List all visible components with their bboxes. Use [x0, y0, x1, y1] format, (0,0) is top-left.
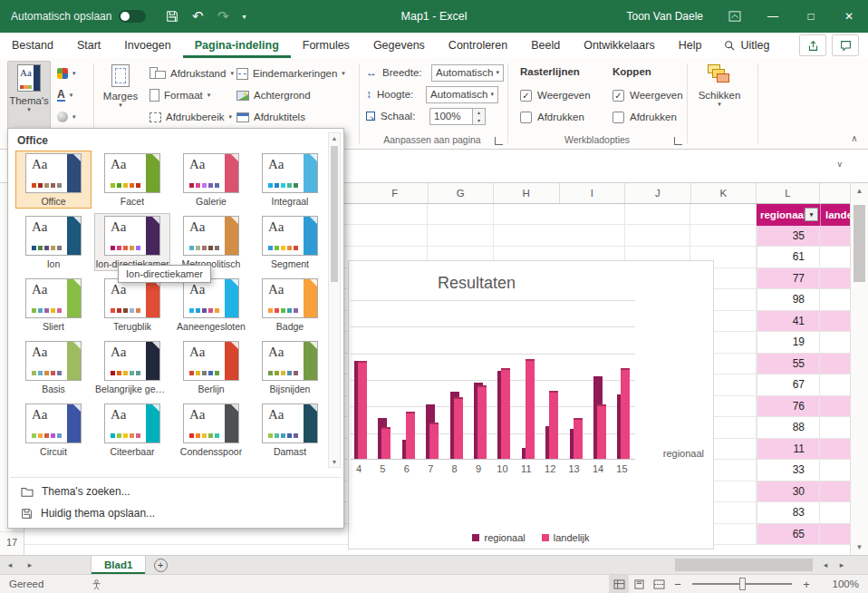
theme-tile[interactable]: Aa Office [15, 151, 92, 209]
redo-icon[interactable]: ↷ [211, 5, 235, 28]
sheet-nav-left-icon[interactable]: ◂ [0, 556, 20, 574]
expand-formula-bar-icon[interactable]: ∨ [836, 160, 843, 169]
minimize-button[interactable]: — [754, 0, 792, 33]
zoom-percentage[interactable]: 100% [821, 578, 859, 589]
scroll-up-icon[interactable]: ▲ [851, 187, 868, 195]
table-cell-value[interactable]: 83 [757, 502, 820, 524]
zoom-out-icon[interactable]: − [669, 578, 687, 591]
gridlines-print-checkbox[interactable]: Afdrukken [520, 109, 584, 125]
theme-effects-button[interactable]: ▾ [54, 107, 79, 127]
spin-down-icon[interactable]: ▾ [473, 116, 485, 124]
table-cell-value[interactable]: 41 [757, 311, 820, 333]
panel-scrollbar[interactable]: ▲ ▼ [328, 132, 341, 468]
page-layout-view-button[interactable] [629, 575, 649, 593]
table-cell-value[interactable]: 30 [757, 481, 820, 503]
save-theme-item[interactable]: Huidig thema opslaan... [10, 502, 342, 524]
theme-tile[interactable]: Aa Basis [15, 338, 92, 396]
table-cell-clipped[interactable] [820, 439, 850, 461]
panel-scrollbar-thumb[interactable] [331, 146, 338, 282]
table-cell-clipped[interactable] [820, 311, 850, 333]
table-cell-clipped[interactable] [820, 332, 850, 354]
ribbon-tab[interactable]: Beeld [519, 33, 572, 58]
scale-spinner[interactable]: ▴▾ [473, 108, 486, 125]
theme-fonts-button[interactable]: A▾ [54, 85, 75, 105]
headings-print-checkbox[interactable]: Afdrukken [612, 109, 677, 125]
undo-icon[interactable]: ↶ [186, 5, 209, 28]
ribbon-tab[interactable]: Help [667, 33, 714, 58]
collapse-ribbon-icon[interactable]: ∧ [846, 131, 863, 145]
table-cell-clipped[interactable] [820, 460, 850, 481]
table-cell-clipped[interactable] [820, 374, 850, 396]
background-button[interactable]: Achtergrond [234, 85, 313, 105]
theme-tile[interactable]: Aa Ion [15, 213, 92, 271]
theme-tile[interactable]: Aa Badge [252, 276, 328, 334]
table-cell-value[interactable]: 35 [757, 226, 820, 248]
page-break-view-button[interactable] [649, 575, 669, 593]
column-header[interactable]: F [362, 183, 429, 203]
zoom-in-icon[interactable]: + [797, 578, 815, 591]
headings-view-checkbox[interactable]: ✓Weergeven [612, 87, 683, 103]
scroll-up-icon[interactable]: ▲ [329, 135, 340, 141]
ribbon-tab[interactable]: Bestand [0, 33, 65, 58]
table-cell-clipped[interactable] [820, 396, 850, 418]
zoom-slider[interactable] [692, 583, 792, 585]
theme-tile[interactable]: Aa Aaneengesloten [173, 276, 249, 334]
table-cell-clipped[interactable] [820, 247, 850, 268]
save-icon[interactable] [160, 5, 184, 28]
gridlines-view-checkbox[interactable]: ✓Weergeven [520, 87, 591, 103]
sheet-tab-blad1[interactable]: Blad1 [91, 556, 146, 574]
height-combobox[interactable]: Automatisch▾ [426, 86, 498, 103]
share-icon[interactable] [799, 34, 826, 56]
tab-uitleg[interactable]: Uitleg [713, 33, 780, 58]
ribbon-display-options-icon[interactable] [716, 0, 754, 33]
arrange-button[interactable]: Schikken ▾ [692, 61, 747, 130]
themes-button[interactable]: Aa Thema's ▾ [7, 61, 51, 130]
scale-input[interactable]: 100% [429, 108, 473, 125]
theme-tile[interactable]: Aa Citeerbaar [94, 401, 170, 459]
close-button[interactable]: ✕ [830, 0, 868, 33]
column-header[interactable]: H [494, 183, 560, 203]
new-sheet-button[interactable]: + [146, 556, 175, 574]
size-button[interactable]: Formaat▾ [147, 85, 213, 105]
theme-tile[interactable]: Aa Bijsnijden [252, 338, 328, 396]
filter-icon[interactable]: ▾ [805, 208, 818, 221]
theme-tile[interactable]: Aa Segment [252, 213, 328, 271]
scroll-down-icon[interactable]: ▼ [851, 543, 868, 551]
table-header-landelijk[interactable]: landelijk [820, 204, 850, 226]
table-cell-value[interactable]: 55 [757, 354, 820, 375]
ribbon-tab[interactable]: Start [65, 33, 112, 58]
theme-tile[interactable]: Aa Integraal [252, 151, 328, 209]
spin-up-icon[interactable]: ▴ [473, 109, 485, 117]
column-header[interactable]: K [691, 183, 757, 203]
ribbon-tab[interactable]: Controleren [437, 33, 519, 58]
ribbon-tab[interactable]: Ontwikkelaars [572, 33, 667, 58]
ribbon-tab[interactable]: Invoegen [112, 33, 182, 58]
hscroll-left-icon[interactable]: ◂ [818, 559, 833, 571]
scroll-down-icon[interactable]: ▼ [329, 459, 340, 465]
theme-tile[interactable]: Aa Belangrijke gebeurtenis [94, 338, 170, 396]
width-combobox[interactable]: Automatisch▾ [431, 64, 504, 82]
chart-object[interactable]: Resultaten 456789101112131415 regionaal … [348, 260, 714, 549]
sheet-options-dialog-launcher[interactable] [674, 132, 687, 145]
ribbon-tab[interactable]: Pagina-indeling [183, 33, 291, 58]
theme-tile[interactable]: Aa Damast [252, 401, 328, 459]
breaks-button[interactable]: Eindemarkeringen▾ [234, 63, 348, 83]
column-header[interactable]: I [560, 183, 626, 203]
theme-tile[interactable]: Aa Facet [94, 151, 170, 209]
table-cell-value[interactable]: 67 [757, 374, 820, 396]
table-cell-value[interactable]: 88 [757, 417, 820, 439]
theme-tile[interactable]: Aa Terugblik [94, 276, 170, 334]
table-cell-value[interactable]: 19 [757, 332, 820, 354]
orientation-button[interactable]: Afdrukstand▾ [147, 63, 236, 83]
table-cell-clipped[interactable] [820, 289, 850, 311]
table-cell-clipped[interactable] [820, 481, 850, 503]
row-header-17[interactable]: 17 [0, 531, 24, 552]
normal-view-button[interactable] [609, 575, 629, 593]
table-cell-clipped[interactable] [820, 226, 850, 248]
horizontal-scrollbar-thumb[interactable] [675, 559, 813, 571]
hscroll-right-icon[interactable]: ▸ [834, 559, 849, 571]
table-cell-clipped[interactable] [820, 417, 850, 439]
theme-tile[interactable]: Aa Metropolitisch [173, 213, 249, 271]
qat-customize-icon[interactable]: ▾ [236, 5, 251, 28]
zoom-slider-thumb[interactable] [739, 578, 746, 590]
